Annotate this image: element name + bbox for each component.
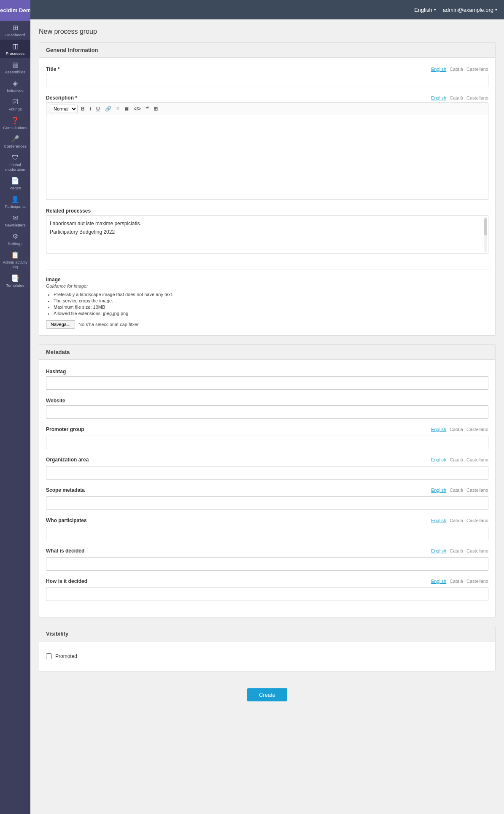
promoter-lang-castellano[interactable]: Castellano — [466, 427, 488, 432]
templates-icon: 📑 — [11, 275, 19, 282]
organization-area-group: Organization area English Català Castell… — [46, 457, 488, 480]
scope-lang-tabs: English Català Castellano — [431, 488, 488, 493]
scope-metadata-input[interactable] — [46, 496, 488, 510]
sidebar-item-settings[interactable]: ⚙ Settings — [0, 230, 30, 248]
description-label: Description — [46, 95, 77, 101]
metadata-card: Metadata Hashtag Website Promoter group … — [39, 344, 496, 617]
who-participates-input[interactable] — [46, 527, 488, 540]
what-decided-lang-castellano[interactable]: Castellano — [466, 548, 488, 553]
conferences-icon: 🎤 — [11, 136, 19, 143]
how-decided-lang-english[interactable]: English — [431, 579, 446, 584]
org-area-lang-tabs: English Català Castellano — [431, 457, 488, 462]
promoted-label[interactable]: Promoted — [55, 653, 77, 659]
processes-icon: ◫ — [12, 43, 19, 50]
sidebar-item-initiatives[interactable]: ◈ Initiatives — [0, 77, 30, 95]
promoter-lang-catala[interactable]: Català — [450, 427, 463, 432]
general-information-card: General Information Title English Català… — [39, 42, 496, 336]
metadata-body: Hashtag Website Promoter group English C… — [39, 360, 495, 617]
page-title: New process group — [39, 28, 496, 35]
description-editor: Normal B I U 🔗 ≡ ≣ </> ❝ ⊞ — [46, 102, 488, 200]
sidebar-item-conferences[interactable]: 🎤 Conferences — [0, 132, 30, 151]
sidebar-item-votings[interactable]: ☑ Votings — [0, 95, 30, 114]
who-participates-group: Who participates English Català Castella… — [46, 518, 488, 540]
editor-format-select[interactable]: Normal — [50, 105, 78, 113]
organization-area-label: Organization area — [46, 457, 89, 463]
title-group: Title English Català Castellano — [46, 66, 488, 87]
image-bullet-3: Allowed file extensions: jpeg,jpg,png — [54, 311, 488, 316]
related-processes-box[interactable]: Laboriosam aut iste maxime perspiciatis.… — [46, 216, 488, 253]
scope-lang-catala[interactable]: Català — [450, 488, 463, 493]
hashtag-label: Hashtag — [46, 369, 66, 375]
how-decided-lang-castellano[interactable]: Castellano — [466, 579, 488, 584]
who-participates-lang-tabs: English Català Castellano — [431, 518, 488, 523]
sidebar-item-pages[interactable]: 📄 Pages — [0, 174, 30, 193]
editor-link-btn[interactable]: 🔗 — [103, 105, 113, 113]
description-lang-castellano[interactable]: Castellano — [466, 95, 488, 100]
sidebar-item-assemblies[interactable]: ▦ Assemblies — [0, 58, 30, 77]
file-input-row: Navega... No s'ha seleccionat cap fitxer… — [46, 320, 488, 329]
how-decided-lang-catala[interactable]: Català — [450, 579, 463, 584]
sidebar-item-newsletters[interactable]: ✉ Newsletters — [0, 211, 30, 230]
title-input[interactable] — [46, 74, 488, 87]
related-processes-group: Related processes Laboriosam aut iste ma… — [46, 208, 488, 253]
browse-button[interactable]: Navega... — [46, 320, 75, 329]
editor-ul-btn[interactable]: ≡ — [115, 105, 121, 113]
who-participates-lang-english[interactable]: English — [431, 518, 446, 523]
description-lang-catala[interactable]: Català — [450, 95, 463, 100]
org-area-lang-catala[interactable]: Català — [450, 457, 463, 462]
org-area-lang-english[interactable]: English — [431, 457, 446, 462]
sidebar-item-templates[interactable]: 📑 Templates — [0, 272, 30, 290]
what-decided-lang-english[interactable]: English — [431, 548, 446, 553]
title-lang-english[interactable]: English — [431, 67, 446, 72]
title-lang-catala[interactable]: Català — [450, 67, 463, 72]
assemblies-icon: ▦ — [12, 62, 19, 68]
sidebar-item-consultations[interactable]: ❓ Consultations — [0, 114, 30, 132]
admin-activity-log-icon: 📋 — [11, 252, 19, 259]
how-is-decided-label: How is it decided — [46, 578, 87, 584]
what-is-decided-input[interactable] — [46, 557, 488, 571]
how-is-decided-input[interactable] — [46, 588, 488, 601]
what-decided-lang-catala[interactable]: Català — [450, 548, 463, 553]
website-group: Website — [46, 397, 488, 419]
promoter-lang-english[interactable]: English — [431, 427, 446, 432]
how-decided-label-row: How is it decided English Català Castell… — [46, 578, 488, 584]
who-participates-label-row: Who participates English Català Castella… — [46, 518, 488, 523]
sidebar-item-global-moderation[interactable]: 🛡 Global moderation — [0, 151, 30, 174]
what-is-decided-label: What is decided — [46, 548, 84, 554]
create-button[interactable]: Create — [247, 688, 287, 701]
user-menu[interactable]: admin@example.org ▾ — [443, 7, 497, 13]
title-lang-castellano[interactable]: Castellano — [466, 67, 488, 72]
org-area-lang-castellano[interactable]: Castellano — [466, 457, 488, 462]
description-label-row: Description English Català Castellano — [46, 95, 488, 101]
newsletters-icon: ✉ — [13, 215, 18, 221]
what-is-decided-group: What is decided English Català Castellan… — [46, 548, 488, 571]
editor-blockquote-btn[interactable]: ❝ — [144, 105, 150, 113]
who-participates-lang-catala[interactable]: Català — [450, 518, 463, 523]
editor-bold-btn[interactable]: B — [79, 105, 86, 113]
editor-underline-btn[interactable]: U — [94, 105, 102, 113]
sidebar-item-dashboard[interactable]: ⊞ Dashboard — [0, 21, 30, 40]
description-lang-english[interactable]: English — [431, 95, 446, 100]
image-bullet-0: Preferably a landscape image that does n… — [54, 292, 488, 297]
editor-code-btn[interactable]: </> — [132, 105, 143, 113]
scope-lang-castellano[interactable]: Castellano — [466, 488, 488, 493]
promoter-group-input[interactable] — [46, 436, 488, 449]
file-name-label: No s'ha seleccionat cap fitxer. — [78, 322, 140, 327]
promoted-checkbox[interactable] — [46, 653, 52, 659]
editor-italic-btn[interactable]: I — [88, 105, 93, 113]
editor-table-btn[interactable]: ⊞ — [152, 105, 159, 113]
description-editor-content[interactable] — [46, 115, 488, 199]
website-input[interactable] — [46, 405, 488, 419]
editor-ol-btn[interactable]: ≣ — [123, 105, 130, 113]
related-processes-wrapper: Laboriosam aut iste maxime perspiciatis.… — [46, 216, 488, 253]
main-content: New process group General Information Ti… — [30, 19, 504, 814]
sidebar-item-admin-activity-log[interactable]: 📋 Admin activity log — [0, 248, 30, 272]
sidebar-item-processes[interactable]: ◫ Processes — [0, 40, 30, 58]
hashtag-input[interactable] — [46, 376, 488, 390]
who-participates-lang-castellano[interactable]: Castellano — [466, 518, 488, 523]
scope-lang-english[interactable]: English — [431, 488, 446, 493]
sidebar-item-participants[interactable]: 👤 Participants — [0, 193, 30, 211]
organization-area-input[interactable] — [46, 466, 488, 480]
language-selector[interactable]: English ▾ — [414, 7, 436, 13]
image-bullets: Preferably a landscape image that does n… — [54, 292, 488, 316]
